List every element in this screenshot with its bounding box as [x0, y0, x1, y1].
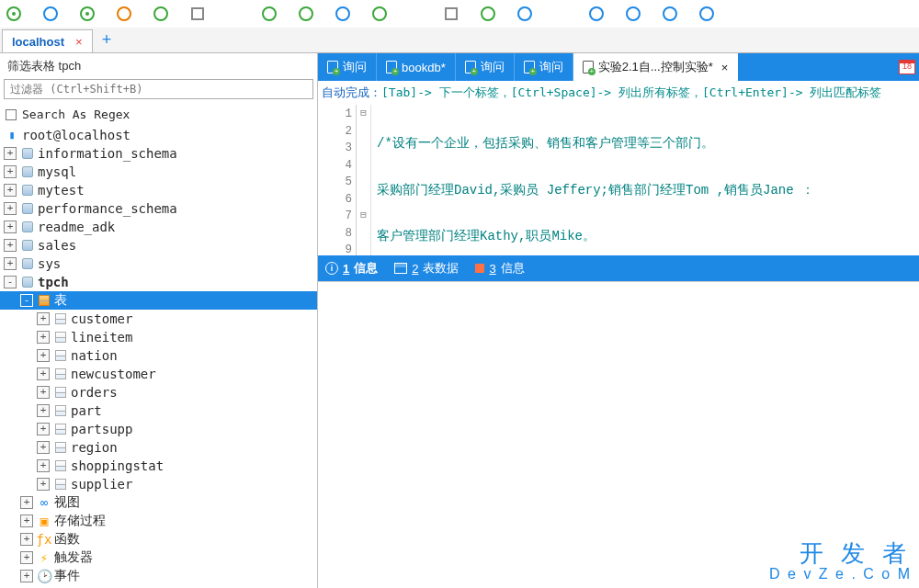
toolbar-icon-2[interactable]: [40, 4, 61, 24]
tree-db[interactable]: readme_adk: [0, 218, 317, 236]
toolbar-icon-3[interactable]: [77, 4, 97, 24]
expand-icon[interactable]: [37, 478, 50, 491]
host-tab-localhost[interactable]: localhost ×: [2, 29, 93, 52]
regex-checkbox[interactable]: [6, 109, 17, 120]
add-connection-button[interactable]: +: [95, 28, 119, 52]
line-gutter: 12345678910111213141516: [318, 105, 357, 255]
calendar-button[interactable]: 18: [895, 53, 919, 81]
collapse-icon[interactable]: [20, 294, 33, 307]
tree-db[interactable]: information_schema: [0, 144, 317, 163]
expand-icon[interactable]: [4, 202, 17, 215]
tree-table[interactable]: customer: [0, 310, 317, 328]
expand-icon[interactable]: [4, 239, 17, 252]
code-content[interactable]: /*设有一个企业，包括采购、销售和客户管理等三个部门。 采购部门经理David,…: [371, 105, 919, 255]
database-icon: [19, 183, 36, 198]
table-icon: [52, 458, 69, 473]
toolbar-icon-4[interactable]: [114, 4, 134, 24]
toolbar-icon-6[interactable]: [187, 4, 208, 24]
tree-table[interactable]: region: [0, 438, 317, 457]
result-tab-info[interactable]: i1 信息: [325, 260, 378, 277]
expand-icon[interactable]: [20, 533, 33, 546]
tables-icon: [36, 293, 52, 308]
tree-views[interactable]: ∞视图: [0, 493, 317, 512]
toolbar-icon-10[interactable]: [369, 4, 390, 24]
expand-icon[interactable]: [37, 312, 50, 325]
close-icon[interactable]: ×: [75, 35, 83, 49]
tree-table[interactable]: lineitem: [0, 328, 317, 346]
expand-icon[interactable]: [4, 165, 17, 178]
tree-triggers[interactable]: ⚡触发器: [0, 548, 317, 567]
table-icon: [52, 330, 69, 345]
editor-tab[interactable]: +询问: [456, 53, 515, 81]
document-icon: +: [583, 61, 594, 74]
expand-icon[interactable]: [37, 459, 50, 472]
toolbar-icon-9[interactable]: [333, 4, 353, 24]
tree-table[interactable]: part: [0, 401, 317, 420]
filter-title: 筛选表格 tpch: [0, 53, 317, 79]
tree-funcs[interactable]: ƒx函数: [0, 530, 317, 548]
expand-icon[interactable]: [37, 404, 50, 417]
toolbar-icon-8[interactable]: [296, 4, 316, 24]
tree-db[interactable]: sys: [0, 254, 317, 273]
sql-editor[interactable]: 12345678910111213141516 ⊟⊟ /*设有一个企业，包括采购…: [318, 105, 919, 255]
tree-db[interactable]: mytest: [0, 181, 317, 199]
tree-db[interactable]: performance_schema: [0, 199, 317, 218]
toolbar-icon-15[interactable]: [623, 4, 643, 24]
toolbar-icon-5[interactable]: [151, 4, 171, 24]
expand-icon[interactable]: [20, 514, 33, 527]
expand-icon[interactable]: [20, 496, 33, 509]
expand-icon[interactable]: [37, 368, 50, 380]
tree-events[interactable]: 🕑事件: [0, 567, 317, 585]
toolbar-icon-7[interactable]: [259, 4, 279, 24]
toolbar-icon-12[interactable]: [478, 4, 498, 24]
editor-tab[interactable]: +bookdb*: [377, 53, 456, 81]
tree-db[interactable]: mysql: [0, 163, 317, 181]
tree-db-tpch[interactable]: tpch: [0, 273, 317, 291]
tree-procs[interactable]: ▣存储过程: [0, 512, 317, 530]
tree-tables-node[interactable]: 表: [0, 291, 317, 310]
table-icon: [52, 385, 69, 400]
toolbar-icon-16[interactable]: [660, 4, 680, 24]
result-tab-data[interactable]: 2 表数据: [394, 260, 459, 277]
filter-input[interactable]: [4, 79, 313, 99]
expand-icon[interactable]: [20, 551, 33, 564]
calendar-icon: 18: [899, 60, 915, 74]
table-icon: [52, 367, 69, 381]
tree-table[interactable]: supplier: [0, 475, 317, 493]
toolbar-icon-1[interactable]: [4, 4, 24, 24]
expand-icon[interactable]: [37, 423, 50, 435]
regex-label: Search As Regex: [22, 107, 130, 121]
table-icon: [52, 403, 69, 418]
database-icon: [19, 164, 36, 179]
tree-table[interactable]: shoppingstat: [0, 457, 317, 475]
expand-icon[interactable]: [20, 570, 33, 582]
tree-root[interactable]: ▮ root@localhost: [0, 126, 317, 144]
expand-icon[interactable]: [37, 386, 50, 399]
expand-icon[interactable]: [37, 441, 50, 454]
regex-row[interactable]: Search As Regex: [0, 103, 317, 126]
schema-tree: ▮ root@localhost information_schema mysq…: [0, 126, 317, 588]
result-tab-info2[interactable]: 3 信息: [475, 260, 524, 277]
toolbar-icon-11[interactable]: [441, 4, 461, 24]
tree-table[interactable]: partsupp: [0, 420, 317, 438]
tree-table[interactable]: orders: [0, 383, 317, 401]
editor-tab-active[interactable]: +实验2.1自...控制实验*×: [573, 53, 739, 81]
toolbar-icon-17[interactable]: [697, 4, 717, 24]
expand-icon[interactable]: [37, 349, 50, 362]
collapse-icon[interactable]: [4, 276, 17, 288]
toolbar-icon-13[interactable]: [515, 4, 535, 24]
tree-db[interactable]: sales: [0, 236, 317, 254]
toolbar-icon-14[interactable]: [586, 4, 607, 24]
expand-icon[interactable]: [4, 220, 17, 233]
tree-table[interactable]: newcustomer: [0, 365, 317, 383]
expand-icon[interactable]: [4, 147, 17, 160]
editor-tab[interactable]: +询问: [318, 53, 377, 81]
editor-tab[interactable]: +询问: [515, 53, 573, 81]
close-icon[interactable]: ×: [721, 61, 729, 74]
expand-icon[interactable]: [37, 331, 50, 344]
procs-icon: ▣: [36, 514, 52, 528]
tree-table[interactable]: nation: [0, 346, 317, 365]
expand-icon[interactable]: [4, 257, 17, 270]
expand-icon[interactable]: [4, 184, 17, 197]
fold-gutter: ⊟⊟: [357, 105, 371, 255]
